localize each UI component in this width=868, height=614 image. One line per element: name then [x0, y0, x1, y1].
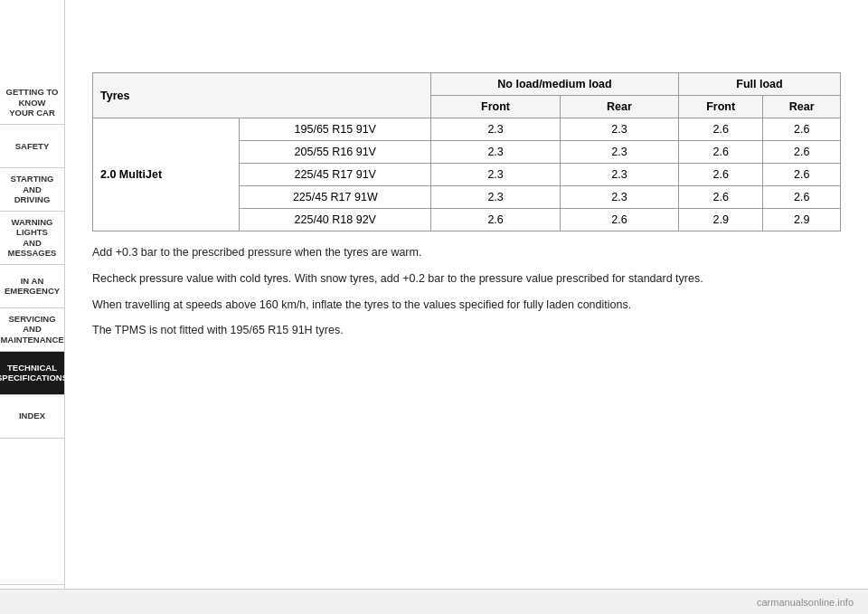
cell-fl_rear: 2.6	[763, 186, 841, 209]
cell-fl_rear: 2.9	[763, 209, 841, 231]
cell-fl_rear: 2.6	[763, 164, 841, 186]
cell-nl_front: 2.3	[431, 118, 561, 141]
tyre-size: 225/40 R18 92V	[240, 209, 431, 231]
cell-nl_front: 2.3	[431, 186, 561, 209]
sidebar-item-index[interactable]: INDEX	[0, 395, 64, 439]
th-fl-front: Front	[678, 96, 762, 118]
bottom-bar: carmanualsonline.info	[0, 589, 868, 614]
cell-nl_rear: 2.6	[561, 209, 679, 231]
cell-fl_front: 2.9	[678, 209, 762, 231]
cell-nl_rear: 2.3	[561, 186, 679, 209]
cell-nl_front: 2.3	[431, 141, 561, 164]
tyre-size: 195/65 R15 91V	[240, 118, 431, 141]
sidebar-item-in-an-emergency[interactable]: IN AN EMERGENCY	[0, 265, 64, 308]
th-tyres: Tyres	[93, 73, 431, 118]
th-no-load: No load/medium load	[431, 73, 679, 96]
cell-nl_front: 2.6	[431, 209, 561, 231]
cell-nl_front: 2.3	[431, 164, 561, 186]
cell-fl_rear: 2.6	[763, 118, 841, 141]
sidebar-item-technical-specifications[interactable]: TECHNICALSPECIFICATIONS	[0, 352, 64, 395]
table-row: 2.0 MultiJet195/65 R15 91V2.32.32.62.6	[93, 118, 841, 141]
notes-section: Add +0.3 bar to the prescribed pressure …	[92, 244, 841, 339]
note-2: When travelling at speeds above 160 km/h…	[92, 297, 841, 314]
th-fl-rear: Rear	[763, 96, 841, 118]
tyre-pressure-table-wrapper: Tyres No load/medium load Full load Fron…	[92, 72, 841, 231]
cell-nl_rear: 2.3	[561, 118, 679, 141]
th-nl-front: Front	[431, 96, 561, 118]
table-header-row-1: Tyres No load/medium load Full load	[93, 73, 841, 96]
sidebar-item-servicing[interactable]: SERVICING ANDMAINTENANCE	[0, 308, 64, 352]
tyre-size: 225/45 R17 91W	[240, 186, 431, 209]
main-content: Tyres No load/medium load Full load Fron…	[65, 0, 868, 614]
sidebar-item-starting-and-driving[interactable]: STARTING ANDDRIVING	[0, 168, 64, 212]
sidebar-item-safety[interactable]: SAFETY	[0, 125, 64, 168]
cell-fl_front: 2.6	[678, 164, 762, 186]
tyre-size: 225/45 R17 91V	[240, 164, 431, 186]
th-full-load: Full load	[678, 73, 840, 96]
tyre-size: 205/55 R16 91V	[240, 141, 431, 164]
cell-fl_front: 2.6	[678, 186, 762, 209]
cell-nl_rear: 2.3	[561, 164, 679, 186]
model-label: 2.0 MultiJet	[93, 118, 240, 231]
cell-fl_front: 2.6	[678, 141, 762, 164]
cell-fl_rear: 2.6	[763, 141, 841, 164]
tyre-pressure-table: Tyres No load/medium load Full load Fron…	[92, 72, 841, 231]
note-1: Recheck pressure value with cold tyres. …	[92, 270, 841, 288]
sidebar-item-warning-lights[interactable]: WARNING LIGHTSAND MESSAGES	[0, 212, 64, 265]
cell-nl_rear: 2.3	[561, 141, 679, 164]
cell-fl_front: 2.6	[678, 118, 762, 141]
note-0: Add +0.3 bar to the prescribed pressure …	[92, 244, 841, 261]
sidebar-item-getting-to-know[interactable]: GETTING TO KNOWYOUR CAR	[0, 81, 64, 125]
note-3: The TPMS is not fitted with 195/65 R15 9…	[92, 322, 841, 339]
th-nl-rear: Rear	[561, 96, 679, 118]
branding-text: carmanualsonline.info	[757, 597, 854, 608]
sidebar: GETTING TO KNOWYOUR CAR SAFETY STARTING …	[0, 0, 65, 614]
